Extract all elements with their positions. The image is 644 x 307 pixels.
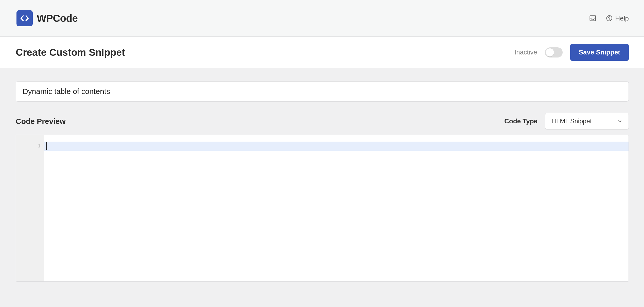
- editor-cursor: [46, 142, 47, 150]
- page-title: Create Custom Snippet: [16, 47, 125, 58]
- code-preview-header: Code Preview Code Type HTML Snippet: [16, 113, 629, 130]
- code-type-label: Code Type: [504, 117, 538, 125]
- save-snippet-button[interactable]: Save Snippet: [570, 44, 629, 61]
- content: Code Preview Code Type HTML Snippet 1: [0, 68, 644, 292]
- code-type-group: Code Type HTML Snippet: [504, 113, 629, 130]
- editor-code-area[interactable]: [44, 135, 629, 281]
- code-preview-label: Code Preview: [16, 117, 66, 126]
- status-label: Inactive: [514, 48, 537, 56]
- active-toggle[interactable]: [545, 47, 563, 57]
- toggle-knob: [546, 48, 554, 56]
- code-slash-icon: [20, 13, 29, 23]
- brand-right: Help: [589, 14, 629, 22]
- editor-active-line: [44, 142, 629, 151]
- code-editor[interactable]: 1: [16, 135, 629, 282]
- inbox-icon[interactable]: [589, 14, 597, 22]
- help-label: Help: [615, 14, 629, 22]
- code-type-value: HTML Snippet: [551, 118, 592, 125]
- help-link[interactable]: Help: [606, 14, 629, 22]
- help-icon: [606, 15, 613, 22]
- action-bar: Create Custom Snippet Inactive Save Snip…: [0, 37, 644, 68]
- chevron-down-icon: [617, 119, 622, 124]
- brand-bar: WPCode Help: [0, 0, 644, 37]
- svg-point-2: [609, 20, 610, 20]
- action-right: Inactive Save Snippet: [514, 44, 629, 61]
- gutter-line-1: 1: [16, 143, 41, 149]
- editor-gutter: 1: [16, 135, 44, 281]
- brand-left: WPCode: [16, 10, 78, 26]
- wpcode-logo: [16, 10, 33, 26]
- brand-name: WPCode: [37, 13, 78, 24]
- snippet-title-input[interactable]: [16, 81, 629, 102]
- code-type-select[interactable]: HTML Snippet: [545, 113, 629, 130]
